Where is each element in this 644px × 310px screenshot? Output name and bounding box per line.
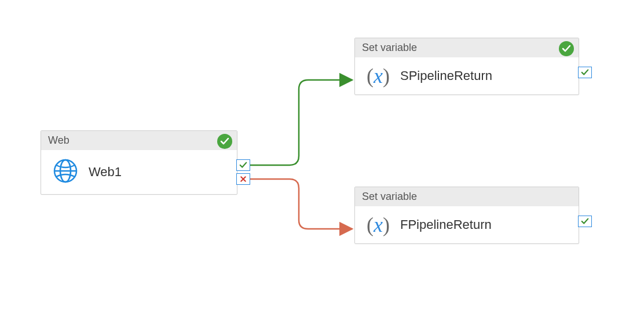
status-success-icon	[559, 41, 574, 56]
activity-type-label: Set variable	[362, 191, 417, 203]
activity-name: Web1	[89, 165, 122, 180]
connector-failure	[250, 179, 352, 229]
variable-icon: (x)	[367, 65, 390, 86]
pipeline-canvas: Web Web1 Set variable	[0, 0, 644, 310]
activity-body: (x) FPipelineReturn	[355, 206, 579, 243]
output-port-success[interactable]	[236, 159, 250, 171]
activity-body: Web1	[41, 150, 237, 194]
activity-header: Set variable	[355, 187, 579, 206]
activity-type-label: Web	[48, 134, 69, 147]
activity-body: (x) SPipelineReturn	[355, 57, 579, 94]
status-success-icon	[217, 134, 232, 149]
activity-node-set-variable-failure[interactable]: Set variable (x) FPipelineReturn	[354, 187, 579, 244]
activity-name: FPipelineReturn	[400, 217, 492, 232]
output-port-success[interactable]	[578, 67, 592, 78]
connector-success	[250, 80, 352, 165]
output-port-success[interactable]	[578, 216, 592, 227]
activity-type-label: Set variable	[362, 42, 417, 54]
activity-header: Web	[41, 131, 237, 150]
activity-node-set-variable-success[interactable]: Set variable (x) SPipelineReturn	[354, 38, 579, 95]
activity-name: SPipelineReturn	[400, 68, 492, 83]
activity-node-web[interactable]: Web Web1	[41, 130, 237, 195]
variable-icon: (x)	[367, 214, 390, 235]
output-port-failure[interactable]	[236, 173, 250, 185]
globe-icon	[53, 158, 78, 186]
activity-header: Set variable	[355, 38, 579, 57]
